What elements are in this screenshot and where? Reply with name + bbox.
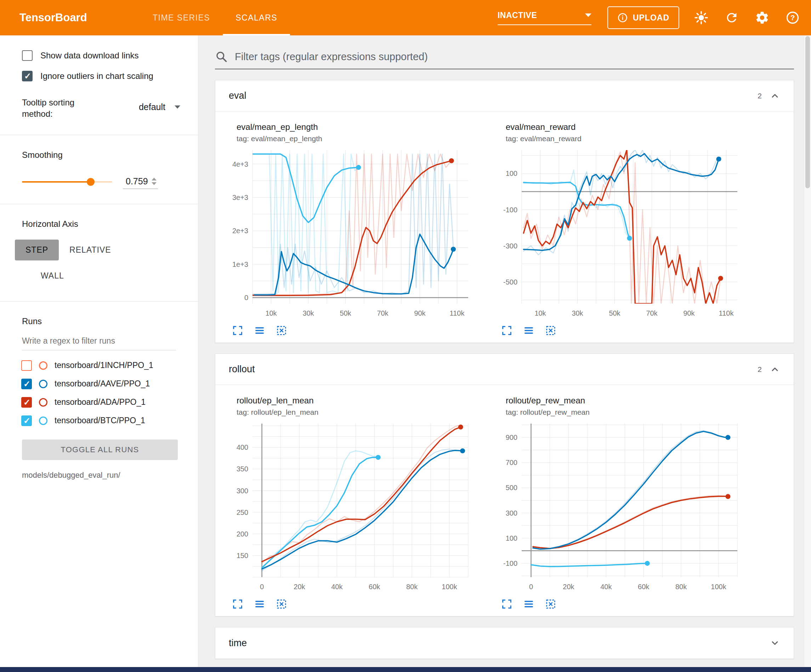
- chart-eval-mean-reward: eval/mean_reward tag: eval/mean_reward 1…: [493, 122, 743, 336]
- chevron-up-icon[interactable]: [770, 91, 780, 101]
- run-checkbox[interactable]: [21, 415, 32, 426]
- expand-chart-icon[interactable]: [501, 598, 512, 610]
- svg-text:0: 0: [260, 583, 264, 591]
- expand-chart-icon[interactable]: [232, 598, 243, 610]
- svg-text:700: 700: [506, 459, 517, 466]
- expand-chart-icon[interactable]: [501, 325, 512, 336]
- axis-step-button[interactable]: STEP: [15, 240, 59, 261]
- upload-button[interactable]: UPLOAD: [607, 7, 679, 29]
- fit-domain-icon[interactable]: [276, 598, 287, 610]
- divider: [0, 204, 198, 204]
- expand-chart-icon[interactable]: [232, 325, 243, 336]
- line-chart[interactable]: 020k40k60k80k100k-100100300500700900: [493, 419, 743, 596]
- svg-text:20k: 20k: [563, 583, 574, 591]
- tooltip-sorting-dropdown[interactable]: default: [139, 102, 180, 112]
- svg-text:70k: 70k: [377, 309, 389, 317]
- svg-text:40k: 40k: [331, 583, 343, 591]
- runs-filter-input[interactable]: Write a regex to filter runs: [22, 336, 176, 350]
- section-eval-header[interactable]: eval 2: [215, 80, 794, 112]
- scrollbar-thumb[interactable]: [805, 36, 810, 188]
- runs-directory-label: models/debugged_eval_run/: [22, 471, 198, 480]
- view-data-icon[interactable]: [254, 598, 265, 610]
- axis-wall-button[interactable]: WALL: [30, 266, 75, 286]
- line-chart[interactable]: 020k40k60k80k100k150200250300350400: [224, 419, 474, 596]
- chart-eval-mean-ep-length: eval/mean_ep_length tag: eval/mean_ep_le…: [224, 122, 474, 336]
- run-checkbox[interactable]: [21, 360, 32, 371]
- svg-text:300: 300: [237, 487, 248, 495]
- filter-tags-input[interactable]: Filter tags (regular expressions support…: [215, 50, 794, 69]
- refresh-icon[interactable]: [724, 10, 740, 25]
- status-dropdown-value: INACTIVE: [497, 11, 537, 20]
- app-header: TensorBoard TIME SERIES SCALARS INACTIVE…: [0, 0, 811, 36]
- dashboard-main: Filter tags (regular expressions support…: [199, 36, 804, 667]
- show-download-links-row[interactable]: Show data download links: [22, 50, 198, 61]
- search-icon: [215, 50, 228, 63]
- chart-tag: tag: eval/mean_ep_length: [237, 134, 474, 143]
- help-icon[interactable]: ?: [785, 10, 800, 25]
- svg-text:30k: 30k: [572, 309, 583, 317]
- chevron-down-icon[interactable]: [770, 638, 780, 648]
- run-checkbox[interactable]: [21, 397, 32, 408]
- ignore-outliers-label: Ignore outliers in chart scaling: [41, 71, 153, 81]
- svg-text:50k: 50k: [339, 309, 351, 317]
- fit-domain-icon[interactable]: [545, 325, 557, 336]
- tab-scalars[interactable]: SCALARS: [223, 0, 290, 36]
- bottom-bar: [0, 667, 811, 672]
- run-row-ada[interactable]: tensorboard/ADA/PPO_1: [21, 397, 198, 408]
- divider: [0, 135, 198, 135]
- ignore-outliers-row[interactable]: Ignore outliers in chart scaling: [22, 71, 198, 81]
- svg-text:100: 100: [506, 169, 517, 177]
- run-row-btc[interactable]: tensorboard/BTC/PPO_1: [21, 415, 198, 426]
- run-checkbox[interactable]: [21, 379, 32, 389]
- chevron-down-icon: [175, 105, 180, 108]
- tooltip-sorting-label: Tooltip sorting method:: [22, 97, 98, 120]
- svg-text:1e+3: 1e+3: [232, 261, 248, 268]
- svg-text:80k: 80k: [675, 583, 687, 591]
- section-time-header[interactable]: time: [215, 627, 794, 658]
- run-label: tensorboard/1INCH/PPO_1: [54, 361, 153, 370]
- section-count: 2: [758, 91, 762, 100]
- smoothing-input[interactable]: 0.759: [123, 175, 158, 189]
- section-rollout-header[interactable]: rollout 2: [215, 354, 794, 385]
- run-row-aave[interactable]: tensorboard/AAVE/PPO_1: [21, 379, 198, 389]
- svg-text:150: 150: [237, 552, 248, 559]
- tab-time-series[interactable]: TIME SERIES: [140, 0, 223, 36]
- svg-text:30k: 30k: [302, 309, 314, 317]
- chart-tag: tag: rollout/ep_rew_mean: [506, 408, 743, 416]
- status-dropdown[interactable]: INACTIVE: [497, 11, 591, 25]
- chart-title: rollout/ep_rew_mean: [506, 396, 743, 406]
- svg-text:40k: 40k: [600, 583, 612, 591]
- section-count: 2: [758, 365, 762, 374]
- svg-text:50k: 50k: [609, 309, 621, 317]
- toggle-all-runs-button[interactable]: TOGGLE ALL RUNS: [22, 440, 178, 460]
- vertical-scrollbar[interactable]: [804, 36, 811, 667]
- main-tabs: TIME SERIES SCALARS: [140, 0, 290, 36]
- view-data-icon[interactable]: [254, 325, 265, 336]
- brightness-icon[interactable]: [694, 10, 709, 25]
- chart-rollout-ep-rew-mean: rollout/ep_rew_mean tag: rollout/ep_rew_…: [493, 396, 743, 610]
- view-data-icon[interactable]: [523, 598, 534, 610]
- settings-gear-icon[interactable]: [754, 10, 770, 25]
- line-chart[interactable]: 10k30k50k70k90k110k-500-300-100100: [493, 146, 743, 323]
- chevron-up-icon[interactable]: [770, 364, 780, 375]
- fit-domain-icon[interactable]: [276, 325, 287, 336]
- info-icon: [617, 12, 628, 23]
- line-chart[interactable]: 10k30k50k70k90k110k01e+32e+33e+34e+3: [224, 146, 474, 323]
- chevron-down-icon: [585, 14, 591, 17]
- svg-text:70k: 70k: [646, 309, 658, 317]
- run-color-swatch: [39, 398, 48, 406]
- svg-text:0: 0: [529, 583, 533, 591]
- svg-text:-500: -500: [503, 278, 517, 286]
- smoothing-stepper[interactable]: [151, 178, 156, 185]
- axis-relative-button[interactable]: RELATIVE: [59, 240, 122, 261]
- svg-text:90k: 90k: [683, 309, 695, 317]
- fit-domain-icon[interactable]: [545, 598, 557, 610]
- svg-text:200: 200: [237, 530, 248, 538]
- divider: [0, 301, 198, 301]
- view-data-icon[interactable]: [523, 325, 534, 336]
- run-row-1inch[interactable]: tensorboard/1INCH/PPO_1: [21, 360, 198, 371]
- show-download-links-checkbox[interactable]: [22, 50, 32, 61]
- smoothing-slider[interactable]: [22, 181, 112, 183]
- ignore-outliers-checkbox[interactable]: [22, 71, 32, 81]
- smoothing-slider-thumb[interactable]: [87, 178, 95, 186]
